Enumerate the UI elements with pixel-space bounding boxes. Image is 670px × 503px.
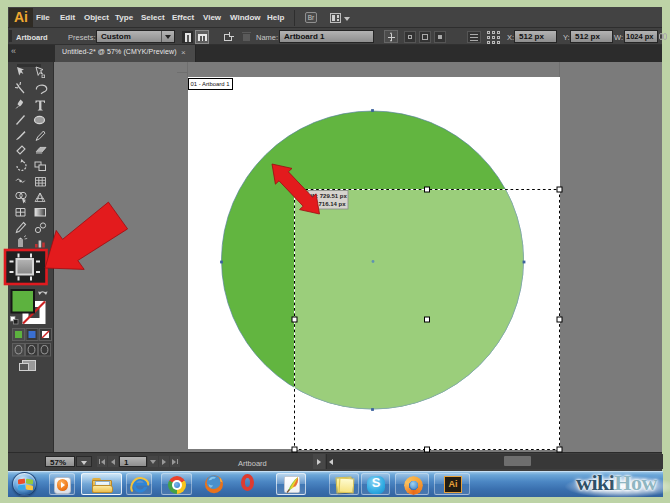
svg-text:01 - Artboard 1: 01 - Artboard 1 (191, 81, 230, 87)
